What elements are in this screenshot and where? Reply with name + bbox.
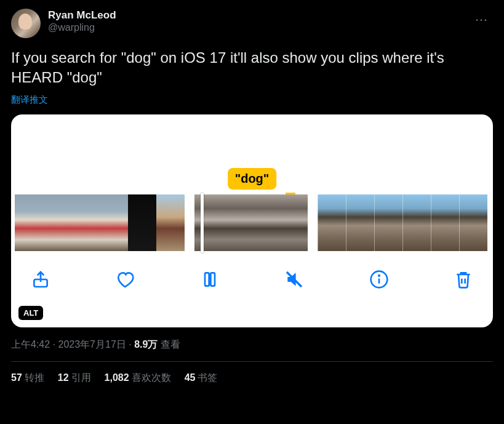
clip-group-2[interactable] bbox=[194, 194, 308, 251]
search-chip: "dog" bbox=[228, 168, 277, 190]
views-label: 查看 bbox=[158, 339, 180, 350]
video-timeline[interactable] bbox=[11, 194, 493, 251]
timeline-frame bbox=[251, 194, 279, 251]
timeline-frame bbox=[279, 194, 308, 251]
heart-icon[interactable] bbox=[114, 268, 136, 290]
display-name: Ryan McLeod bbox=[48, 9, 116, 22]
clip-group-1[interactable] bbox=[15, 194, 185, 251]
translate-link[interactable]: 翻译推文 bbox=[11, 94, 493, 106]
trash-icon[interactable] bbox=[452, 268, 474, 290]
timeline-frame bbox=[156, 194, 185, 251]
more-icon[interactable]: … bbox=[471, 9, 493, 25]
playhead[interactable] bbox=[201, 193, 204, 253]
bookmarks-stat[interactable]: 45书签 bbox=[185, 372, 218, 385]
timeline-frame bbox=[223, 194, 251, 251]
tweet-text: If you search for "dog" on iOS 17 it'll … bbox=[11, 48, 493, 88]
avatar[interactable] bbox=[11, 9, 41, 38]
timeline-frame bbox=[128, 194, 156, 251]
svg-rect-1 bbox=[205, 273, 209, 286]
timeline-frame bbox=[402, 194, 431, 251]
views-count: 8.9万 bbox=[134, 339, 158, 350]
timeline-frame bbox=[15, 194, 43, 251]
clip-group-3[interactable] bbox=[318, 194, 487, 251]
retweets-stat[interactable]: 57转推 bbox=[11, 372, 44, 385]
author-block[interactable]: Ryan McLeod @warpling bbox=[48, 9, 116, 34]
tweet-stats: 57转推 12引用 1,082喜欢次数 45书签 bbox=[11, 362, 493, 385]
likes-stat[interactable]: 1,082喜欢次数 bbox=[105, 372, 171, 385]
quotes-stat[interactable]: 12引用 bbox=[58, 372, 91, 385]
pause-icon[interactable] bbox=[199, 268, 221, 290]
tweet-container: Ryan McLeod @warpling … If you search fo… bbox=[0, 0, 504, 385]
timeline-frame bbox=[346, 194, 374, 251]
timeline-frame bbox=[318, 194, 346, 251]
timeline-frame bbox=[194, 194, 223, 251]
svg-point-6 bbox=[378, 275, 380, 276]
tweet-date[interactable]: 2023年7月17日 bbox=[58, 339, 126, 350]
alt-badge[interactable]: ALT bbox=[18, 306, 43, 320]
timeline-frame bbox=[374, 194, 402, 251]
timeline-frame bbox=[71, 194, 100, 251]
timeline-frame bbox=[431, 194, 459, 251]
info-icon[interactable] bbox=[368, 268, 390, 290]
tweet-meta: 上午4:42 · 2023年7月17日 · 8.9万 查看 bbox=[11, 338, 493, 351]
tweet-time[interactable]: 上午4:42 bbox=[11, 339, 50, 350]
handle: @warpling bbox=[48, 22, 116, 34]
media-controls bbox=[11, 251, 493, 290]
media-card[interactable]: "dog" bbox=[11, 114, 493, 327]
media-top: "dog" bbox=[11, 114, 493, 194]
timeline-frame bbox=[100, 194, 128, 251]
timeline-frame bbox=[43, 194, 71, 251]
timeline-frame bbox=[459, 194, 487, 251]
share-icon[interactable] bbox=[30, 268, 52, 290]
svg-rect-2 bbox=[210, 273, 215, 286]
tweet-header: Ryan McLeod @warpling … bbox=[11, 9, 493, 38]
mute-icon[interactable] bbox=[283, 268, 305, 290]
